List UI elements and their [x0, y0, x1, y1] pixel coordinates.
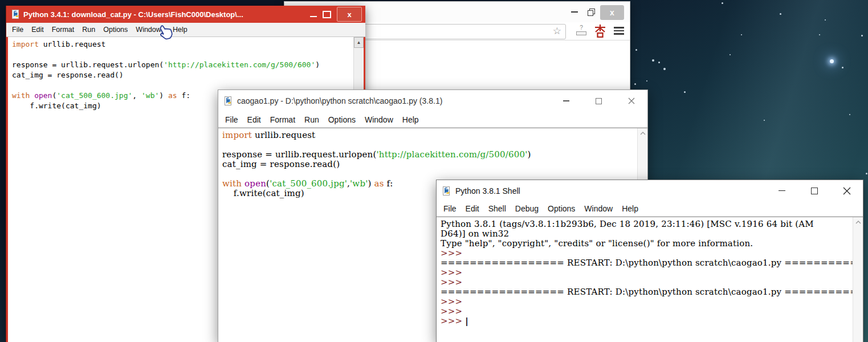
code-line: Type "help", "copyright", "credits" or "…: [441, 239, 849, 249]
win2-close-button[interactable]: [615, 90, 647, 112]
star: [730, 54, 731, 55]
idle-file-icon: [224, 96, 233, 105]
star: [646, 80, 647, 82]
menu-item-edit[interactable]: Edit: [27, 26, 48, 34]
win3-close-button[interactable]: [830, 180, 863, 201]
idle-file-icon: [442, 186, 451, 196]
code-line: >>>: [441, 249, 849, 258]
browser-restore-button[interactable]: [584, 5, 598, 19]
code-line: response = urllib.request.urlopen('http:…: [12, 60, 350, 70]
win3-title: Python 3.8.1 Shell: [455, 186, 520, 196]
win3-shell-body: Python 3.8.1 (tags/v3.8.1:1b293b6, Dec 1…: [437, 217, 863, 342]
code-line: import urllib.request: [222, 131, 634, 140]
code-line: cat_img = response.read(): [12, 70, 350, 80]
star: [663, 68, 666, 70]
code-line: ================= RESTART: D:\python\pyt…: [441, 258, 849, 268]
code-line: [12, 50, 350, 60]
star: [830, 59, 834, 63]
menu-item-file[interactable]: File: [439, 204, 461, 213]
minimize-icon: [571, 11, 578, 13]
browser-minimize-button[interactable]: [568, 5, 581, 19]
star: [842, 67, 843, 68]
code-line: >>>: [441, 268, 849, 278]
win1-close-button[interactable]: x: [337, 7, 362, 22]
menu-item-run[interactable]: Run: [300, 115, 324, 124]
code-line: >>>: [441, 307, 849, 316]
extension-xing-icon[interactable]: [594, 24, 606, 40]
menu-item-options[interactable]: Options: [543, 204, 580, 213]
menu-item-file[interactable]: File: [221, 115, 243, 124]
code-line: >>> |: [441, 316, 849, 326]
win1-minimize-button[interactable]: [310, 16, 317, 17]
menu-item-window[interactable]: Window: [580, 204, 617, 213]
star: [741, 34, 742, 35]
menu-item-run[interactable]: Run: [78, 26, 99, 34]
close-icon: [843, 187, 851, 195]
browser-close-button[interactable]: x: [600, 5, 624, 20]
code-line: >>>: [441, 278, 849, 287]
menu-item-file[interactable]: File: [8, 26, 27, 34]
win3-titlebar: Python 3.8.1 Shell: [437, 180, 863, 201]
win2-maximize-button[interactable]: [582, 90, 615, 112]
star: [652, 59, 654, 62]
win3-menubar: FileEditShellDebugOptionsWindowHelp: [437, 201, 863, 217]
screen: x ☆ ?: [0, 0, 868, 342]
minimize-icon: [779, 190, 785, 192]
win1-title: Python 3.4.1: download_cat.py - C:\Users…: [23, 10, 243, 19]
star: [635, 49, 637, 51]
win3-minimize-button[interactable]: [765, 180, 798, 201]
win1-maximize-button[interactable]: [323, 11, 331, 18]
win2-titlebar: caogao1.py - D:\python\python scratch\ca…: [218, 90, 647, 112]
restore-icon: [588, 9, 595, 16]
menu-item-help[interactable]: Help: [617, 204, 643, 213]
menu-item-help[interactable]: Help: [398, 115, 423, 124]
star: [866, 173, 867, 174]
win2-menubar: FileEditFormatRunOptionsWindowHelp: [218, 112, 647, 128]
code-line: cat_img = response.read(): [222, 160, 634, 169]
menu-item-edit[interactable]: Edit: [461, 204, 484, 213]
code-line: ================= RESTART: D:\python\pyt…: [441, 287, 849, 297]
win2-minimize-button[interactable]: [550, 90, 582, 112]
star: [825, 19, 826, 21]
win1-menubar: FileEditFormatRunOptionsWindowsHelp: [6, 23, 365, 37]
star: [658, 62, 660, 63]
maximize-icon: [811, 188, 818, 194]
extension-box-icon[interactable]: ?: [575, 25, 588, 39]
scroll-up-chevron-icon[interactable]: [853, 217, 863, 224]
star: [764, 120, 765, 121]
menu-item-debug[interactable]: Debug: [511, 204, 543, 213]
win3-maximize-button[interactable]: [798, 180, 830, 201]
win1-titlebar: Python 3.4.1: download_cat.py - C:\Users…: [6, 6, 365, 23]
maximize-icon: [596, 98, 602, 104]
code-line: >>>: [441, 297, 849, 307]
code-line: [222, 169, 634, 179]
menu-item-format[interactable]: Format: [266, 115, 300, 124]
browser-menu-icon[interactable]: [614, 27, 624, 35]
star: [819, 34, 820, 35]
bookmark-star-icon[interactable]: ☆: [553, 25, 561, 37]
win2-title: caogao1.py - D:\python\python scratch\ca…: [237, 96, 442, 105]
idle-file-icon: [11, 10, 20, 19]
menu-item-options[interactable]: Options: [99, 26, 132, 34]
code-line: D64)] on win32: [441, 229, 849, 239]
star: [849, 114, 850, 115]
scroll-up-chevron-icon[interactable]: [638, 128, 647, 135]
menu-item-shell[interactable]: Shell: [484, 204, 511, 213]
menu-item-options[interactable]: Options: [324, 115, 360, 124]
star: [780, 13, 781, 15]
star: [634, 83, 636, 85]
menu-item-window[interactable]: Window: [360, 115, 398, 124]
menu-item-format[interactable]: Format: [48, 26, 79, 34]
code-line: Python 3.8.1 (tags/v3.8.1:1b293b6, Dec 1…: [441, 219, 849, 229]
menu-item-edit[interactable]: Edit: [243, 115, 266, 124]
code-line: import urllib.request: [12, 39, 350, 50]
close-icon: [628, 97, 635, 104]
code-line: [222, 140, 634, 150]
shell-output[interactable]: Python 3.8.1 (tags/v3.8.1:1b293b6, Dec 1…: [437, 217, 853, 342]
svg-text:?: ?: [580, 25, 583, 31]
star: [861, 35, 863, 36]
scroll-up-arrow-icon[interactable]: ▲: [354, 37, 364, 48]
win3-scrollbar[interactable]: [853, 217, 863, 342]
minimize-icon: [563, 100, 569, 101]
star: [722, 2, 723, 4]
